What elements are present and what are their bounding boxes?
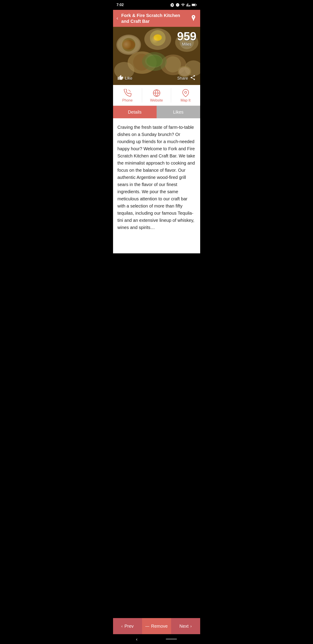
svg-point-10 <box>175 33 198 52</box>
tab-details[interactable]: Details <box>113 106 157 118</box>
like-label: Like <box>125 76 132 81</box>
svg-point-5 <box>117 36 140 54</box>
tab-details-label: Details <box>128 110 141 115</box>
distance-badge: 959 Miles <box>177 30 197 47</box>
status-icons <box>170 3 197 7</box>
wifi-icon <box>181 3 185 7</box>
svg-rect-22 <box>113 27 200 85</box>
svg-point-12 <box>128 52 157 74</box>
svg-point-17 <box>185 60 200 76</box>
restaurant-image: 959 Miles Like Share <box>113 27 200 85</box>
svg-point-11 <box>180 35 194 49</box>
details-content: Craving the fresh taste of farm-to-table… <box>113 118 200 253</box>
status-bar: 7:02 <box>113 0 200 10</box>
tab-likes-label: Likes <box>173 110 184 115</box>
svg-rect-3 <box>113 27 200 85</box>
settings-icon <box>170 3 174 7</box>
svg-point-28 <box>185 92 187 94</box>
website-icon <box>153 89 161 97</box>
like-button[interactable]: Like <box>117 75 132 82</box>
share-label: Share <box>177 76 188 81</box>
status-time: 7:02 <box>117 3 124 7</box>
svg-rect-1 <box>192 4 195 6</box>
action-row: Phone Website Map It <box>113 85 200 106</box>
mapit-button[interactable]: Map It <box>171 85 200 106</box>
svg-point-4 <box>116 35 141 55</box>
svg-point-6 <box>122 38 135 52</box>
website-button[interactable]: Website <box>142 85 171 106</box>
tab-bar: Details Likes <box>113 106 200 118</box>
svg-point-9 <box>153 34 162 41</box>
location-pin-icon <box>190 14 197 22</box>
svg-point-25 <box>147 56 162 67</box>
signal-icon <box>186 3 190 7</box>
image-overlay <box>113 27 200 85</box>
distance-number: 959 <box>177 30 197 42</box>
website-label: Website <box>150 98 163 102</box>
svg-point-21 <box>179 67 190 76</box>
thumbs-up-icon <box>117 75 123 82</box>
svg-point-23 <box>122 40 135 50</box>
share-icon <box>190 75 196 82</box>
image-actions: Like Share <box>113 75 200 82</box>
food-decoration <box>113 27 200 85</box>
restaurant-header: ‹ Fork & Fire Scratch Kitchen and Craft … <box>113 10 200 27</box>
svg-point-13 <box>133 54 150 71</box>
phone-label: Phone <box>122 98 132 102</box>
map-icon <box>182 89 190 97</box>
description-text: Craving the fresh taste of farm-to-table… <box>117 124 196 231</box>
svg-point-14 <box>160 54 186 75</box>
distance-label: Miles <box>177 42 197 47</box>
tab-likes[interactable]: Likes <box>157 106 200 118</box>
svg-point-20 <box>178 66 191 77</box>
share-button[interactable]: Share <box>177 75 196 82</box>
svg-point-18 <box>142 52 167 71</box>
phone-icon <box>124 89 132 97</box>
restaurant-name: Fork & Fire Scratch Kitchen and Craft Ba… <box>121 12 187 24</box>
svg-point-24 <box>154 34 162 41</box>
mapit-label: Map It <box>181 98 190 102</box>
back-button[interactable]: ‹ <box>117 16 118 21</box>
svg-point-15 <box>165 56 181 72</box>
svg-point-19 <box>145 54 163 68</box>
battery-icon <box>192 3 197 6</box>
svg-point-8 <box>150 30 166 46</box>
svg-point-16 <box>114 62 134 79</box>
phone-button[interactable]: Phone <box>113 85 142 106</box>
svg-rect-2 <box>196 4 196 6</box>
svg-point-7 <box>144 28 171 50</box>
do-not-disturb-icon <box>176 3 180 7</box>
location-button[interactable] <box>190 14 197 22</box>
